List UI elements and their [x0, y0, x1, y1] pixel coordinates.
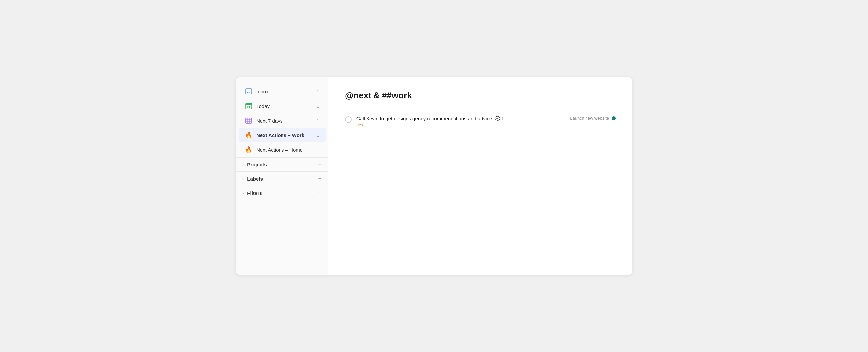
add-projects-button[interactable]: +: [318, 162, 321, 167]
sidebar-item-next7-label: Next 7 days: [256, 118, 313, 124]
table-row: Call Kevin to get design agency recommen…: [345, 110, 616, 133]
sidebar-item-next7-count: 1: [316, 118, 319, 123]
app-container: Inbox 1 21 Today 1: [236, 77, 632, 275]
add-labels-button[interactable]: +: [318, 176, 321, 182]
sidebar: Inbox 1 21 Today 1: [236, 77, 329, 275]
project-color-dot: [612, 116, 616, 120]
sidebar-section-projects-label: Projects: [247, 162, 315, 167]
task-project: Launch new website: [570, 115, 616, 120]
sidebar-item-today-count: 1: [316, 104, 319, 109]
sidebar-item-inbox[interactable]: Inbox 1: [239, 84, 326, 98]
sidebar-item-work-count: 1: [316, 133, 319, 138]
main-content: @next & ##work Call Kevin to get design …: [329, 77, 632, 275]
svg-rect-4: [246, 118, 252, 124]
task-tag: next: [356, 122, 565, 128]
sidebar-item-work-label: Next Actions – Work: [256, 132, 313, 138]
sidebar-item-today-label: Today: [256, 103, 313, 109]
sidebar-item-next-actions-home[interactable]: 🔥 Next Actions – Home: [239, 143, 326, 156]
task-name: Call Kevin to get design agency recommen…: [356, 115, 565, 121]
page-title: @next & ##work: [345, 91, 616, 101]
svg-rect-0: [246, 89, 252, 94]
comment-icon: 💬: [495, 116, 500, 121]
svg-text:21: 21: [247, 106, 250, 109]
add-filters-button[interactable]: +: [318, 190, 321, 196]
flame-icon-work: 🔥: [245, 132, 252, 139]
task-checkbox[interactable]: [345, 116, 352, 123]
task-project-label: Launch new website: [570, 115, 609, 120]
flame-icon-home: 🔥: [245, 146, 252, 153]
svg-rect-2: [246, 103, 252, 105]
task-comment-badge: 💬 1: [495, 116, 504, 121]
task-name-text: Call Kevin to get design agency recommen…: [356, 115, 492, 121]
sidebar-item-inbox-label: Inbox: [256, 89, 313, 95]
sidebar-item-next7[interactable]: Next 7 days 1: [239, 114, 326, 128]
sidebar-section-filters-label: Filters: [247, 190, 315, 196]
sidebar-section-labels[interactable]: › Labels +: [236, 171, 328, 185]
sidebar-section-filters[interactable]: › Filters +: [236, 185, 328, 200]
chevron-labels-icon: ›: [243, 176, 244, 181]
sidebar-item-next-actions-work[interactable]: 🔥 Next Actions – Work 1: [239, 128, 326, 142]
inbox-icon: [245, 88, 252, 95]
next7-icon: [245, 117, 252, 124]
sidebar-item-home-label: Next Actions – Home: [256, 147, 315, 152]
sidebar-section-projects[interactable]: › Projects +: [236, 157, 328, 171]
sidebar-item-today[interactable]: 21 Today 1: [239, 99, 326, 113]
chevron-projects-icon: ›: [243, 162, 244, 167]
task-body: Call Kevin to get design agency recommen…: [356, 115, 565, 128]
sidebar-item-inbox-count: 1: [316, 89, 319, 94]
task-comment-count: 1: [501, 116, 504, 121]
today-icon: 21: [245, 102, 252, 110]
task-list: Call Kevin to get design agency recommen…: [345, 110, 616, 133]
sidebar-section-labels-label: Labels: [247, 176, 315, 182]
chevron-filters-icon: ›: [243, 190, 244, 196]
